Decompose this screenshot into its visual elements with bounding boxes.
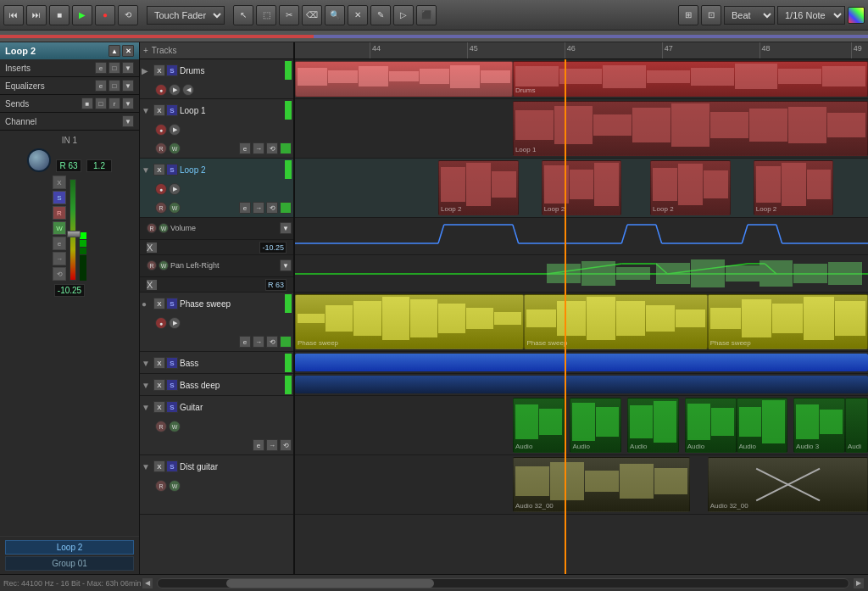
phase-arrow[interactable]: →: [253, 336, 264, 348]
loop1-mute[interactable]: X: [153, 104, 165, 116]
loop1-rec-btn[interactable]: ●: [155, 124, 167, 136]
add-track-icon[interactable]: +: [143, 46, 148, 55]
clip-guitar-2[interactable]: Audio: [570, 398, 621, 453]
ch-btn-sync[interactable]: ⟲: [53, 267, 66, 281]
loop2-play-btn[interactable]: ▶: [169, 183, 181, 195]
ch-btn-e[interactable]: e: [53, 237, 66, 250]
guitar-sync[interactable]: ⟲: [280, 439, 292, 451]
clip-dg-2[interactable]: Audio 32_00: [708, 457, 868, 512]
loop1-edit[interactable]: e: [239, 142, 251, 154]
loop-button[interactable]: ⟲: [118, 5, 138, 25]
dg-r-btn[interactable]: R: [155, 480, 167, 492]
ch-btn-r[interactable]: R: [53, 206, 66, 220]
loop2-solo[interactable]: S: [166, 164, 178, 176]
loop2-w-btn[interactable]: W: [169, 202, 181, 214]
clip-bassdeep[interactable]: [295, 376, 868, 393]
guitar-w-btn[interactable]: W: [169, 421, 181, 432]
horizontal-scrollbar[interactable]: [157, 578, 849, 588]
pan-r-btn[interactable]: R: [147, 260, 157, 270]
eq-expand[interactable]: ▼: [122, 80, 134, 92]
channel-fader[interactable]: [70, 179, 76, 281]
draw-tool[interactable]: ✎: [370, 5, 391, 25]
clip-loop2-1[interactable]: Loop 2: [438, 160, 519, 215]
inserts-expand[interactable]: ▼: [122, 62, 134, 74]
drums-rec-btn[interactable]: ●: [155, 84, 167, 96]
pan-knob[interactable]: [27, 148, 51, 172]
bass-solo[interactable]: S: [166, 357, 178, 369]
bassdeep-solo[interactable]: S: [166, 379, 178, 391]
eq-edit[interactable]: e: [95, 80, 107, 92]
loop2-arrow[interactable]: →: [253, 202, 264, 214]
fader-db-value[interactable]: -10.25: [54, 284, 85, 297]
split-tool[interactable]: ✂: [279, 5, 299, 25]
clip-loop1-1[interactable]: Loop 1: [513, 101, 868, 156]
eq-toggle[interactable]: □: [108, 80, 120, 92]
clip-phase-2[interactable]: Phase sweep: [524, 294, 707, 349]
bass-expand[interactable]: ▼: [142, 359, 152, 368]
guitar-r-btn[interactable]: R: [155, 421, 167, 432]
ch-btn-s[interactable]: S: [53, 191, 66, 204]
grid-type-select[interactable]: Beat: [724, 6, 775, 25]
fader-thumb[interactable]: [67, 231, 81, 237]
loop1-arrow[interactable]: →: [253, 142, 264, 154]
pan-mute[interactable]: X: [147, 280, 157, 290]
clip-phase-3[interactable]: Phase sweep: [708, 294, 868, 349]
arrange-tracks[interactable]: Drums Loop: [295, 59, 868, 574]
dg-w-btn[interactable]: W: [169, 480, 181, 492]
loop1-expand[interactable]: ▼: [142, 106, 152, 115]
clip-drums-2[interactable]: Drums: [513, 61, 868, 97]
clip-guitar-4[interactable]: Audio: [685, 398, 737, 453]
loop1-rec2[interactable]: [280, 142, 292, 154]
loop1-play-btn[interactable]: ▶: [169, 124, 181, 136]
clip-loop2-2[interactable]: Loop 2: [542, 160, 622, 215]
loop2-mute[interactable]: X: [153, 164, 165, 176]
loop2-expand[interactable]: ▼: [142, 165, 152, 175]
drums-rw-btn[interactable]: ◀: [182, 84, 194, 96]
volume-display[interactable]: 1.2: [86, 159, 112, 172]
ch-btn-arrow[interactable]: →: [53, 252, 66, 265]
distguitar-mute[interactable]: X: [153, 460, 165, 472]
pan-dropdown[interactable]: ▼: [280, 259, 292, 271]
clip-dg-1[interactable]: Audio 32_00: [513, 457, 691, 512]
sends-toggle[interactable]: □: [95, 98, 107, 109]
rewind-button[interactable]: ⏮: [3, 5, 24, 25]
phase-solo[interactable]: S: [166, 298, 178, 309]
loop1-solo[interactable]: S: [166, 104, 178, 116]
guitar-edit[interactable]: e: [253, 439, 264, 451]
clip-guitar-5[interactable]: Audio: [737, 398, 788, 453]
phase-expand[interactable]: ●: [142, 299, 152, 309]
loop1-sync[interactable]: ⟲: [266, 142, 278, 154]
vol-w-btn[interactable]: W: [159, 223, 169, 233]
drums-mute[interactable]: X: [153, 64, 165, 76]
ch-btn-x[interactable]: X: [53, 176, 66, 189]
drums-expand[interactable]: ▶: [142, 66, 152, 75]
inserts-toggle[interactable]: □: [108, 62, 120, 74]
loop1-r-btn[interactable]: R: [155, 142, 167, 154]
grid-toggle[interactable]: ⊞: [678, 5, 698, 25]
scroll-left-arrow[interactable]: ◀: [142, 577, 153, 589]
guitar-expand[interactable]: ▼: [142, 403, 152, 412]
stop-button[interactable]: ■: [49, 5, 70, 25]
color-palette[interactable]: [848, 7, 865, 24]
play-button[interactable]: ▶: [72, 5, 92, 25]
distguitar-solo[interactable]: S: [166, 460, 178, 472]
pan-value[interactable]: R 63: [56, 159, 81, 172]
range-tool[interactable]: ⬚: [256, 5, 276, 25]
clip-loop2-3[interactable]: Loop 2: [650, 160, 731, 215]
grid-snap[interactable]: ⊡: [701, 5, 721, 25]
sends-r[interactable]: r: [108, 98, 120, 109]
loop2-r-btn[interactable]: R: [155, 202, 167, 214]
erase-tool[interactable]: ⌫: [302, 5, 322, 25]
channel-expand[interactable]: ▼: [122, 115, 134, 127]
vol-dropdown[interactable]: ▼: [280, 222, 292, 234]
drums-play-btn[interactable]: ▶: [169, 84, 181, 96]
loop2-rec-btn[interactable]: ●: [155, 183, 167, 195]
color-tool[interactable]: ⬛: [416, 5, 437, 25]
timeline-bar[interactable]: [0, 31, 868, 42]
loop2-rec2[interactable]: [280, 202, 292, 214]
clip-guitar-1[interactable]: Audio: [513, 398, 565, 453]
cursor-tool[interactable]: ↖: [233, 5, 253, 25]
phase-sync[interactable]: ⟲: [266, 336, 278, 348]
guitar-mute[interactable]: X: [153, 401, 165, 413]
touch-fader-select[interactable]: Touch Fader: [147, 6, 225, 25]
